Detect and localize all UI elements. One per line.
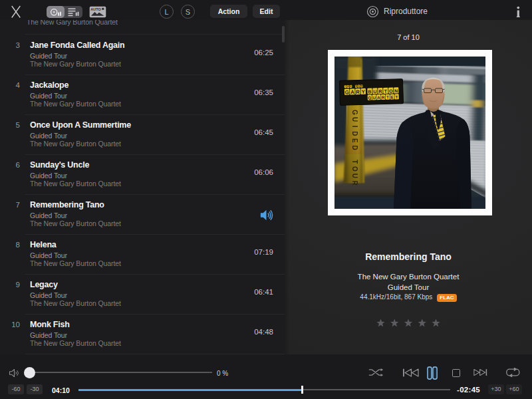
svg-text:U: U (351, 174, 358, 178)
svg-text:U: U (372, 95, 376, 100)
svg-text:G: G (351, 110, 358, 115)
svg-text:H: H (347, 85, 349, 88)
svg-text:T: T (386, 94, 389, 99)
svg-text:N: N (394, 88, 398, 93)
svg-text:R: R (356, 89, 360, 95)
svg-text:A: A (350, 89, 354, 95)
svg-text:AUTO: AUTO (90, 7, 101, 11)
svg-text:A: A (377, 95, 380, 100)
svg-text:R: R (378, 89, 382, 94)
svg-text:Q: Q (368, 95, 371, 100)
svg-text:W: W (360, 84, 363, 87)
svg-text:G: G (345, 89, 349, 95)
svg-text:T: T (351, 160, 358, 164)
svg-text:R: R (382, 95, 385, 100)
svg-text:U: U (351, 117, 358, 122)
svg-text:O: O (351, 166, 358, 172)
svg-text:E: E (391, 94, 394, 99)
svg-text:I: I (351, 126, 358, 128)
svg-text:O: O (389, 88, 393, 93)
svg-text:D: D (351, 145, 358, 150)
svg-text:E: E (351, 138, 358, 143)
svg-text:B: B (368, 89, 371, 94)
svg-text:R: R (351, 180, 358, 186)
svg-text:U: U (373, 89, 376, 94)
svg-text:N: N (355, 85, 357, 88)
svg-text:D: D (351, 131, 358, 136)
svg-text:T: T (396, 94, 398, 99)
